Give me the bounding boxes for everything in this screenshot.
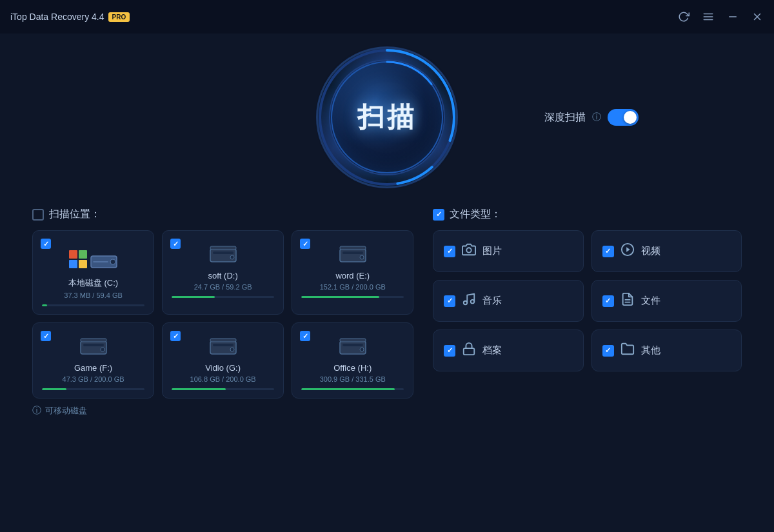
svg-point-16: [230, 255, 234, 259]
drive-f-name: Game (F:): [42, 363, 144, 373]
svg-point-20: [360, 255, 364, 259]
drive-h-progress-bar: [301, 388, 404, 390]
bottom-section: 扫描位置：: [32, 208, 742, 417]
svg-rect-19: [342, 251, 363, 254]
drive-c-progress-fill: [42, 304, 47, 306]
drive-c-size: 37.3 MB / 59.4 GB: [42, 291, 144, 299]
filetype-document-checkbox[interactable]: [602, 295, 614, 307]
svg-rect-17: [210, 246, 236, 250]
drive-g-name: Vidio (G:): [172, 363, 274, 373]
filetype-video-checkbox[interactable]: [602, 246, 614, 257]
drive-g-hdd-icon: [209, 337, 237, 358]
main-content: 扫描 深度扫描 ⓘ 扫描位置：: [0, 34, 774, 429]
drive-g-progress-fill: [172, 388, 226, 390]
minimize-button[interactable]: [726, 10, 739, 23]
drive-c-name: 本地磁盘 (C:): [42, 277, 144, 289]
svg-rect-41: [464, 348, 475, 355]
filetype-other-checkbox[interactable]: [602, 345, 614, 357]
refresh-button[interactable]: [677, 10, 690, 23]
video-icon: [620, 242, 635, 260]
drive-f-size: 47.3 GB / 200.0 GB: [42, 375, 144, 383]
drive-g-checkbox[interactable]: [170, 331, 181, 341]
filetype-music-label: 音乐: [482, 295, 502, 307]
svg-rect-23: [83, 344, 104, 346]
filetype-card-video[interactable]: 视频: [591, 230, 742, 272]
drive-c-progress-bar: [42, 304, 144, 306]
filetype-card-music[interactable]: 音乐: [433, 280, 583, 322]
drives-grid: 本地磁盘 (C:) 37.3 MB / 59.4 GB: [32, 230, 413, 399]
window-controls: [677, 10, 764, 23]
svg-point-24: [101, 348, 104, 351]
scan-button-label[interactable]: 扫描: [357, 99, 417, 135]
filetype-card-image[interactable]: 图片: [433, 230, 583, 272]
file-types-section: 文件类型： 图片: [433, 208, 742, 417]
music-icon: [462, 292, 476, 310]
drive-d-name: soft (D:): [172, 271, 274, 281]
drive-e-icon-area: [301, 245, 404, 266]
filetype-image-checkbox[interactable]: [444, 246, 455, 257]
folder-icon: [620, 342, 635, 359]
drive-e-checkbox[interactable]: [300, 239, 310, 249]
app-title: iTop Data Recovery 4.4: [10, 12, 104, 22]
svg-point-28: [230, 348, 234, 351]
svg-rect-15: [213, 251, 233, 254]
scan-area: 扫描 深度扫描 ⓘ: [32, 46, 742, 188]
filetype-document-label: 文件: [641, 295, 660, 307]
drive-c-hdd-icon: [90, 251, 118, 272]
titlebar: iTop Data Recovery 4.4 PRO: [0, 0, 774, 34]
filetype-music-checkbox[interactable]: [444, 295, 455, 307]
svg-point-37: [464, 301, 468, 305]
filetype-card-archive[interactable]: 档案: [433, 330, 583, 371]
close-button[interactable]: [751, 10, 764, 23]
drive-h-hdd-icon: [339, 337, 367, 358]
drive-card-d[interactable]: soft (D:) 24.7 GB / 59.2 GB: [162, 230, 284, 315]
scan-location-checkbox[interactable]: [32, 209, 44, 221]
drive-card-f[interactable]: Game (F:) 47.3 GB / 200.0 GB: [32, 322, 154, 399]
menu-button[interactable]: [702, 10, 715, 23]
drive-f-progress-fill: [42, 388, 66, 390]
drive-h-checkbox[interactable]: [300, 331, 310, 341]
svg-rect-31: [342, 344, 363, 346]
drive-g-progress-bar: [172, 388, 274, 390]
svg-rect-25: [81, 339, 106, 342]
svg-point-34: [467, 248, 471, 252]
win-tile-red: [69, 250, 77, 259]
drive-e-progress-fill: [301, 296, 379, 298]
file-types-header: 文件类型：: [433, 208, 742, 221]
filetype-card-document[interactable]: 文件: [591, 280, 742, 322]
drive-h-icon-area: [301, 337, 404, 358]
drive-card-g[interactable]: Vidio (G:) 106.8 GB / 200.0 GB: [162, 322, 284, 399]
drive-d-checkbox[interactable]: [170, 239, 181, 249]
drive-f-checkbox[interactable]: [41, 331, 51, 341]
svg-point-38: [471, 300, 475, 304]
windows-logo-icon: [69, 250, 87, 268]
file-types-checkbox[interactable]: [433, 209, 444, 221]
filetype-card-other[interactable]: 其他: [591, 330, 742, 371]
file-types-title: 文件类型：: [450, 208, 501, 221]
drive-c-checkbox[interactable]: [41, 239, 51, 249]
drive-card-e[interactable]: word (E:) 152.1 GB / 200.0 GB: [292, 230, 413, 315]
drive-card-h[interactable]: Office (H:) 300.9 GB / 331.5 GB: [292, 322, 413, 399]
scan-text-container[interactable]: 扫描: [357, 99, 417, 135]
drive-d-progress-bar: [172, 296, 274, 298]
drive-f-hdd-icon: [79, 337, 108, 358]
filetype-archive-checkbox[interactable]: [444, 345, 455, 357]
drive-d-progress-fill: [172, 296, 215, 298]
archive-icon: [462, 342, 476, 359]
svg-point-12: [110, 259, 115, 264]
deep-scan-area: 深度扫描 ⓘ: [544, 109, 639, 126]
scan-button-container[interactable]: 扫描: [316, 46, 458, 188]
drive-f-icon-area: [42, 337, 144, 358]
toggle-knob: [624, 111, 637, 124]
svg-rect-29: [210, 339, 236, 342]
win-tile-green: [79, 250, 87, 259]
drive-e-progress-bar: [301, 296, 404, 298]
drive-e-hdd-icon: [339, 245, 367, 266]
deep-scan-toggle[interactable]: [608, 109, 639, 126]
drive-card-c[interactable]: 本地磁盘 (C:) 37.3 MB / 59.4 GB: [32, 230, 154, 315]
removable-notice: ⓘ 可移动磁盘: [32, 405, 413, 417]
deep-scan-info-icon[interactable]: ⓘ: [592, 112, 601, 123]
svg-rect-21: [340, 246, 366, 250]
filetype-archive-label: 档案: [482, 344, 502, 357]
filetype-video-label: 视频: [641, 245, 660, 257]
